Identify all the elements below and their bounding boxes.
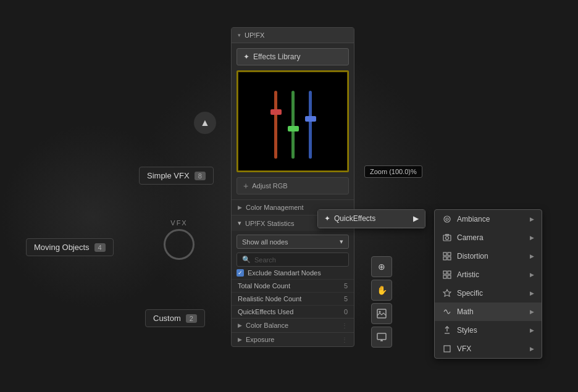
math-label: Math: [457, 307, 474, 316]
svg-rect-10: [443, 252, 446, 256]
styles-arrow: ▶: [530, 327, 534, 333]
ambiance-arrow: ▶: [530, 216, 534, 222]
svg-rect-11: [448, 252, 451, 256]
menu-item-specific[interactable]: Specific ▶: [435, 284, 542, 302]
panel-header: ▾ UP!FX: [232, 28, 354, 43]
adjust-rgb-label: Adjust RGB: [252, 182, 287, 190]
stat-realistic-label: Realistic Node Count: [238, 295, 301, 302]
menu-item-artistic[interactable]: Artistic ▶: [435, 265, 542, 284]
camera-icon: [442, 233, 452, 243]
hand-tool-button[interactable]: ✋: [371, 280, 392, 301]
menu-item-styles[interactable]: Styles ▶: [435, 321, 542, 340]
svg-rect-21: [444, 346, 450, 352]
artistic-label: Artistic: [457, 270, 479, 279]
effects-library-button[interactable]: ✦ Effects Library: [237, 48, 349, 65]
artistic-icon: [442, 270, 452, 280]
menu-item-math[interactable]: Math ▶: [435, 302, 542, 321]
preview-area: [237, 70, 349, 172]
color-balance-dots: ⋮: [341, 322, 348, 329]
styles-label: Styles: [457, 326, 477, 335]
svg-rect-7: [443, 235, 451, 241]
svg-rect-2: [377, 333, 386, 340]
distortion-arrow: ▶: [530, 253, 534, 259]
slider-red[interactable]: [271, 91, 280, 159]
plus-icon: +: [243, 181, 248, 191]
add-node-button[interactable]: ⊕: [371, 256, 392, 277]
slider-container: [271, 85, 314, 159]
stat-total-nodes: Total Node Count 5: [232, 279, 354, 292]
specific-arrow: ▶: [530, 290, 534, 296]
image-tool-button[interactable]: [371, 303, 392, 324]
svg-marker-18: [443, 290, 451, 296]
menu-item-distortion[interactable]: Distortion ▶: [435, 247, 542, 265]
specific-icon: [442, 288, 452, 298]
menu-item-camera[interactable]: Camera ▶: [435, 228, 542, 247]
svg-point-5: [444, 216, 450, 222]
search-icon: 🔍: [242, 256, 251, 264]
search-box[interactable]: 🔍 Search: [237, 252, 349, 267]
exclude-nodes-row[interactable]: ✓ Exclude Standart Nodes: [237, 269, 349, 277]
svg-point-1: [379, 311, 381, 313]
stat-quickeffects-used: QuickEffects Used 0: [232, 305, 354, 318]
zoom-label: Zoom (100.0)%: [370, 168, 417, 175]
ambiance-label: Ambiance: [457, 215, 490, 223]
label-moving-objects-count: 4: [94, 243, 106, 252]
exposure-arrow: ▶: [238, 336, 242, 343]
ambiance-icon: [442, 214, 452, 224]
svg-point-6: [446, 218, 448, 220]
vfx-menu-arrow: ▶: [530, 346, 534, 352]
slider-green[interactable]: [288, 91, 297, 159]
slider-blue[interactable]: [306, 91, 314, 159]
exposure-dots: ⋮: [341, 336, 348, 343]
styles-icon: [442, 325, 452, 335]
stat-realistic-value: 5: [344, 295, 348, 302]
right-submenu: Ambiance ▶ Camera ▶ Distortion ▶ Artisti…: [434, 209, 542, 359]
svg-rect-14: [443, 271, 446, 274]
color-balance-arrow: ▶: [238, 322, 242, 328]
exposure-section[interactable]: ▶ Exposure ⋮: [232, 332, 354, 346]
vfx-label: VFX: [170, 219, 187, 227]
label-moving-objects[interactable]: Moving Objects 4: [26, 238, 114, 256]
math-arrow: ▶: [530, 309, 534, 315]
stat-total-value: 5: [344, 282, 348, 290]
show-nodes-label: Show all nodes: [242, 238, 288, 246]
distortion-label: Distortion: [457, 252, 488, 261]
math-icon: [442, 307, 452, 317]
exclude-checkbox[interactable]: ✓: [237, 269, 244, 277]
statistics-title: UP!FX Statistics: [245, 220, 294, 227]
svg-rect-0: [377, 309, 386, 318]
mountain-icon: ▲: [194, 112, 216, 134]
color-management-arrow: ▶: [238, 204, 242, 211]
zoom-badge: Zoom (100.0)%: [364, 165, 422, 178]
vfx-menu-icon: [442, 344, 452, 354]
screen-tool-button[interactable]: [371, 327, 392, 348]
show-nodes-dropdown[interactable]: Show all nodes ▾: [237, 235, 349, 249]
label-simple-vfx-text: Simple VFX: [147, 171, 190, 180]
quickeffects-label: QuickEffects: [334, 214, 375, 223]
stat-qe-label: QuickEffects Used: [238, 308, 293, 315]
svg-rect-13: [448, 257, 451, 260]
bg-glow-left: [0, 123, 185, 309]
menu-item-ambiance[interactable]: Ambiance ▶: [435, 210, 542, 228]
effects-library-icon: ✦: [243, 52, 249, 61]
specific-label: Specific: [457, 289, 483, 298]
color-balance-section[interactable]: ▶ Color Balance ⋮: [232, 318, 354, 332]
stat-total-label: Total Node Count: [238, 282, 290, 290]
quickeffects-header: ✦ QuickEffects ▶: [318, 210, 425, 228]
panel-title: UP!FX: [245, 31, 264, 39]
exclude-label: Exclude Standart Nodes: [248, 269, 321, 277]
quickeffects-icon: ✦: [324, 214, 330, 223]
label-custom[interactable]: Custom 2: [145, 309, 205, 327]
vfx-icon-group: VFX: [164, 219, 195, 260]
menu-item-vfx[interactable]: VFX ▶: [435, 340, 542, 358]
stat-realistic-nodes: Realistic Node Count 5: [232, 292, 354, 305]
camera-arrow: ▶: [530, 235, 534, 241]
side-icon-buttons: ⊕ ✋: [371, 256, 392, 348]
label-simple-vfx[interactable]: Simple VFX 8: [139, 167, 214, 185]
quickeffects-menu: ✦ QuickEffects ▶: [317, 209, 425, 228]
color-balance-label: Color Balance: [246, 322, 288, 329]
main-panel: ▾ UP!FX ✦ Effects Library: [231, 27, 354, 347]
adjust-rgb-bar[interactable]: + Adjust RGB: [237, 177, 349, 194]
svg-rect-16: [443, 275, 446, 278]
svg-point-8: [446, 236, 449, 240]
